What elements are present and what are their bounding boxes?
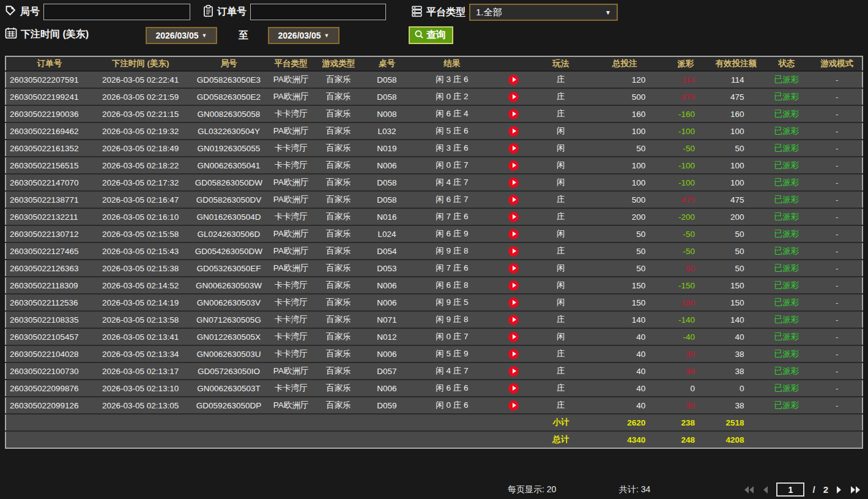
table-no-cell: N006 <box>365 294 409 311</box>
page-number-input[interactable]: 1 <box>776 482 804 497</box>
search-button[interactable]: 查询 <box>409 26 453 44</box>
play-cell <box>495 345 533 362</box>
bet-time-cell: 2026-03-05 02:13:10 <box>93 380 188 397</box>
play-video-button[interactable] <box>508 143 519 154</box>
game-type-cell: 百家乐 <box>313 328 365 345</box>
play-icon <box>513 334 516 339</box>
play-video-button[interactable] <box>508 280 519 291</box>
bet-type-cell: 闲 <box>533 294 589 311</box>
first-page-icon[interactable] <box>744 486 754 494</box>
round-filter-group: 局号 <box>5 4 190 20</box>
payout-cell: -50 <box>660 225 711 242</box>
play-video-button[interactable] <box>508 92 519 102</box>
last-page-icon[interactable] <box>850 486 861 494</box>
play-video-button[interactable] <box>508 366 519 377</box>
play-video-button[interactable] <box>508 349 519 359</box>
round-id-cell: GN00626305041 <box>188 157 269 174</box>
order-input[interactable] <box>250 4 386 20</box>
valid-bet-cell: 150 <box>711 277 762 294</box>
play-icon <box>513 403 516 408</box>
bet-type-cell: 庄 <box>533 242 589 260</box>
play-icon <box>513 249 516 253</box>
table-row: 260305022118309 2026-03-05 02:14:52 GN00… <box>6 277 862 294</box>
game-mode-cell: - <box>812 380 862 397</box>
table-no-cell: N019 <box>365 140 409 157</box>
round-id-cell: GN0062630503W <box>188 277 269 294</box>
play-video-button[interactable] <box>508 400 519 411</box>
order-id-cell: 260305022138771 <box>6 191 93 208</box>
calendar-icon <box>5 27 17 42</box>
platform-cell: 卡卡湾厅 <box>269 105 312 122</box>
bet-time-cell: 2026-03-05 02:16:47 <box>93 191 188 208</box>
payout-cell: 38 <box>660 397 711 414</box>
bet-time-cell: 2026-03-05 02:13:34 <box>93 345 188 362</box>
bet-type-cell: 闲 <box>533 140 589 157</box>
play-video-button[interactable] <box>508 195 519 205</box>
game-mode-cell: - <box>812 191 862 208</box>
play-video-button[interactable] <box>508 212 519 222</box>
platform-cell: PA欧洲厅 <box>269 225 312 242</box>
order-id-cell: 260305022099876 <box>6 380 93 397</box>
date-to-label: 至 <box>239 29 248 42</box>
play-cell <box>495 311 533 328</box>
play-video-button[interactable] <box>508 178 519 188</box>
game-mode-cell: - <box>812 71 862 88</box>
play-video-button[interactable] <box>508 315 519 325</box>
play-cell <box>495 71 533 88</box>
col-round: 局号 <box>188 56 269 71</box>
order-id-cell: 260305022108335 <box>6 311 93 328</box>
bet-time-cell: 2026-03-05 02:21:15 <box>93 105 188 122</box>
play-video-button[interactable] <box>508 229 519 239</box>
status-cell: 已派彩 <box>762 397 812 414</box>
play-video-button[interactable] <box>508 160 519 171</box>
table-no-cell: N006 <box>365 277 409 294</box>
table-row: 260305022132211 2026-03-05 02:16:10 GN01… <box>6 208 862 225</box>
game-type-cell: 百家乐 <box>313 105 365 122</box>
bet-time-cell: 2026-03-05 02:13:41 <box>93 328 188 345</box>
table-row: 260305022099126 2026-03-05 02:13:05 GD05… <box>6 397 862 414</box>
col-table-no: 桌号 <box>365 56 409 71</box>
game-mode-cell: - <box>812 362 862 380</box>
platform-cell: PA欧洲厅 <box>269 174 312 191</box>
play-video-button[interactable] <box>508 298 519 308</box>
play-video-button[interactable] <box>508 383 519 394</box>
payout-cell: -150 <box>660 277 711 294</box>
game-mode-cell: - <box>812 208 862 225</box>
table-row: 260305022207591 2026-03-05 02:22:41 GD05… <box>6 71 862 88</box>
date-to-picker[interactable]: 2026/03/05 ▼ <box>268 27 339 44</box>
play-video-button[interactable] <box>508 332 519 342</box>
bet-time-cell: 2026-03-05 02:13:05 <box>93 397 188 414</box>
round-input[interactable] <box>43 4 190 20</box>
round-id-cell: GD057263050IO <box>188 362 269 380</box>
prev-page-icon[interactable] <box>762 486 768 494</box>
platform-cell: 卡卡湾厅 <box>269 345 312 362</box>
date-from-picker[interactable]: 2026/03/05 ▼ <box>146 27 217 44</box>
bet-type-cell: 庄 <box>533 345 589 362</box>
result-cell: 闲 4 庄 7 <box>409 174 495 191</box>
platform-cell: 卡卡湾厅 <box>269 277 312 294</box>
table-no-cell: N012 <box>365 328 409 345</box>
play-cell <box>495 260 533 277</box>
game-mode-cell: - <box>812 242 862 260</box>
platform-select[interactable]: 1.全部 ▼ <box>469 4 618 21</box>
bet-time-cell: 2026-03-05 02:15:58 <box>93 225 188 242</box>
table-row: 260305022147070 2026-03-05 02:17:32 GD05… <box>6 174 862 191</box>
play-video-button[interactable] <box>508 109 519 119</box>
status-cell: 已派彩 <box>762 345 812 362</box>
status-cell: 已派彩 <box>762 140 812 157</box>
payout-cell: -100 <box>660 157 711 174</box>
total-valid-bet: 4208 <box>711 431 762 448</box>
table-row: 260305022161352 2026-03-05 02:18:49 GN01… <box>6 140 862 157</box>
order-id-cell: 260305022190036 <box>6 105 93 122</box>
subtotal-payout: 238 <box>660 414 711 431</box>
valid-bet-cell: 475 <box>711 191 762 208</box>
play-video-button[interactable] <box>508 126 519 137</box>
play-video-button[interactable] <box>508 246 519 257</box>
order-id-cell: 260305022207591 <box>6 71 93 88</box>
date-from-value: 2026/03/05 <box>156 31 199 40</box>
next-page-icon[interactable] <box>836 486 842 494</box>
play-video-button[interactable] <box>508 263 519 274</box>
order-id-cell: 260305022132211 <box>6 208 93 225</box>
status-cell: 已派彩 <box>762 208 812 225</box>
play-video-button[interactable] <box>508 75 519 85</box>
